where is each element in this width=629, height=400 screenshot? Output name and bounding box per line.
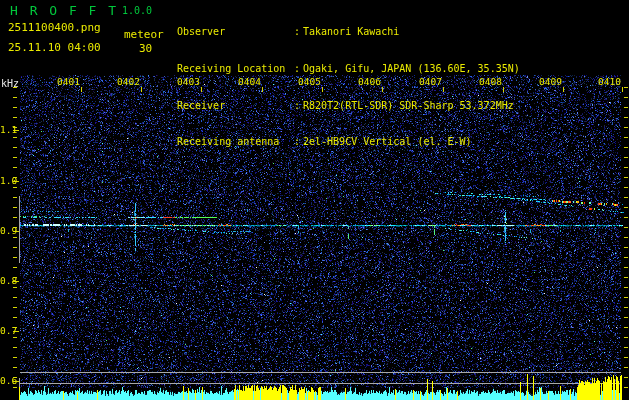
- info-value: R820T2(RTL-SDR) SDR-Sharp 53.372MHz: [303, 100, 514, 111]
- time-tick-label: 0401: [56, 76, 80, 87]
- time-tick-label: 0407: [418, 76, 442, 87]
- time-tick-label: 0404: [237, 76, 261, 87]
- info-label: Observer: [177, 26, 294, 38]
- hrofft-window: H R O F F T 1.0.0 2511100400.png meteor …: [0, 0, 629, 400]
- output-filename: 2511100400.png: [8, 21, 101, 34]
- info-separator: :: [294, 100, 303, 112]
- info-label: Receiving Location: [177, 63, 294, 75]
- info-value: 2el-HB9CV Vertical (el. E-W): [303, 136, 472, 147]
- info-label: Receiving antenna: [177, 136, 294, 148]
- freq-tick-label: 0.6: [0, 375, 13, 386]
- freq-axis-unit: kHz: [1, 78, 19, 89]
- app-version: 1.0.0: [122, 5, 152, 16]
- app-title: H R O F F T: [10, 3, 118, 18]
- info-separator: :: [294, 26, 303, 38]
- info-row-antenna: Receiving antenna:2el-HB9CV Vertical (el…: [177, 136, 520, 148]
- time-tick-label: 0410: [597, 76, 621, 87]
- info-value: Ogaki, Gifu, JAPAN (136.60E, 35.35N): [303, 63, 520, 74]
- time-tick-label: 0409: [538, 76, 562, 87]
- time-tick-label: 0406: [357, 76, 381, 87]
- time-tick-label: 0405: [297, 76, 321, 87]
- freq-tick-label: 0.8: [0, 275, 13, 286]
- freq-tick-label: 1.0: [0, 175, 13, 186]
- time-tick-label: 0403: [176, 76, 200, 87]
- interval-label: 30: [139, 42, 152, 55]
- info-row-location: Receiving Location:Ogaki, Gifu, JAPAN (1…: [177, 63, 520, 75]
- info-row-observer: Observer:Takanori Kawachi: [177, 26, 520, 38]
- datetime-label: 25.11.10 04:00: [8, 41, 101, 54]
- freq-tick-label: 0.9: [0, 225, 13, 236]
- time-tick-label: 0402: [116, 76, 140, 87]
- info-label: Receiver: [177, 100, 294, 112]
- info-separator: :: [294, 136, 303, 148]
- info-row-receiver: Receiver:R820T2(RTL-SDR) SDR-Sharp 53.37…: [177, 100, 520, 112]
- info-value: Takanori Kawachi: [303, 26, 399, 37]
- info-separator: :: [294, 63, 303, 75]
- station-info: Observer:Takanori Kawachi Receiving Loca…: [177, 2, 520, 173]
- freq-tick-label: 0.7: [0, 325, 13, 336]
- mode-label: meteor: [124, 28, 164, 41]
- freq-tick-label: 1.1: [0, 124, 13, 135]
- time-tick-label: 0408: [478, 76, 502, 87]
